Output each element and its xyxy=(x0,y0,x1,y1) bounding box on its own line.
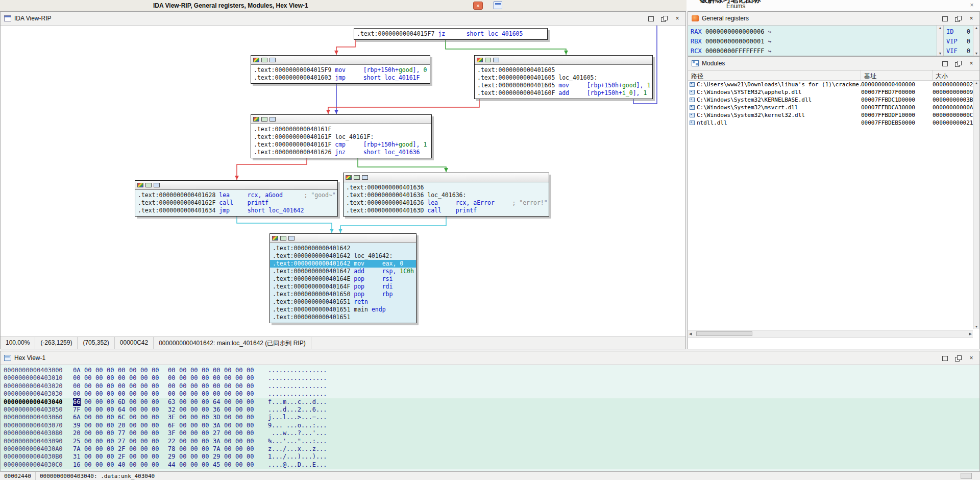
hex-byte[interactable]: 00 xyxy=(95,453,103,461)
scroll-down-icon[interactable]: ▼ xyxy=(973,325,979,328)
hex-byte[interactable]: 00 xyxy=(95,438,103,445)
flag-row[interactable]: VIP0 xyxy=(946,37,970,46)
enums-tab-label[interactable]: Enums xyxy=(726,3,745,10)
hex-byte[interactable]: 00 xyxy=(95,414,103,421)
scroll-right-icon[interactable]: ▶ xyxy=(969,332,972,336)
hex-byte[interactable]: 00 xyxy=(84,390,92,398)
hex-byte[interactable]: 00 xyxy=(190,461,198,469)
float-button[interactable] xyxy=(954,355,962,362)
disasm-line[interactable]: .text:0000000000401628 lea rcx, aGood ; … xyxy=(138,191,335,199)
hex-byte[interactable]: 00 xyxy=(202,414,209,421)
hex-dump[interactable]: 00000000004030000A0000000000000000000000… xyxy=(1,365,979,471)
hex-byte[interactable]: 00 xyxy=(129,461,137,469)
deref-arrow-icon[interactable]: ↪ xyxy=(768,48,772,55)
register-row[interactable]: RCX 00000000FFFFFFFF ↪ xyxy=(691,46,934,56)
modules-titlebar[interactable]: Modules × xyxy=(688,57,979,70)
hex-byte[interactable]: 00 xyxy=(247,445,254,453)
ida-view-titlebar[interactable]: IDA View-RIP × xyxy=(1,12,685,26)
hex-byte[interactable]: 00 xyxy=(73,390,81,398)
disasm-line[interactable]: .text:0000000000401650 pop rbp xyxy=(273,291,413,298)
disasm-line[interactable]: .text:0000000000401642 loc_401642: xyxy=(273,252,413,260)
hex-byte[interactable]: 6C xyxy=(118,414,126,421)
graph-canvas[interactable]: .text:00000000004015F7 jz short loc_4016… xyxy=(1,26,685,337)
hex-byte[interactable]: 00 xyxy=(235,390,243,398)
hex-byte[interactable]: 00 xyxy=(140,429,148,437)
hex-byte[interactable]: 00 xyxy=(224,429,232,437)
hex-byte[interactable]: 36 xyxy=(213,406,220,414)
hex-byte[interactable]: 20 xyxy=(118,422,126,429)
hex-byte[interactable]: 00 xyxy=(84,453,92,461)
flag-row[interactable]: VIF0 xyxy=(946,46,970,56)
hex-byte[interactable]: 00 xyxy=(190,422,198,429)
disasm-line[interactable]: .text:0000000000401605 xyxy=(477,66,650,74)
hex-byte[interactable]: 22 xyxy=(168,438,176,445)
flag-row[interactable]: ID0 xyxy=(946,27,970,37)
hex-byte[interactable]: 00 xyxy=(95,367,103,374)
node-group-icon[interactable] xyxy=(145,183,152,187)
hex-byte[interactable]: 00 xyxy=(140,406,148,414)
scrollbar[interactable]: ▲ ▼ xyxy=(973,81,979,329)
hex-byte[interactable]: 00 xyxy=(107,445,114,453)
scrollbar[interactable]: ▲ ▼ xyxy=(937,26,943,56)
hex-byte[interactable]: 00 xyxy=(129,398,137,406)
hex-byte[interactable]: 00 xyxy=(152,406,159,414)
node-group-icon[interactable] xyxy=(261,58,267,62)
scroll-left-icon[interactable]: ◀ xyxy=(689,332,692,336)
module-row[interactable]: C:\Windows\SYSTEM32\apphelp.dll00007FFBD… xyxy=(688,88,973,96)
hex-byte[interactable]: 32 xyxy=(168,406,176,414)
hex-byte[interactable]: 00 xyxy=(140,398,148,406)
hex-byte[interactable]: 00 xyxy=(152,429,159,437)
hex-byte[interactable]: 00 xyxy=(179,406,187,414)
scroll-down-icon[interactable]: ▼ xyxy=(937,52,943,55)
hex-byte[interactable]: 00 xyxy=(235,429,243,437)
hex-byte[interactable]: 00 xyxy=(224,461,232,469)
node-palette-icon[interactable] xyxy=(477,58,483,62)
hex-byte[interactable]: 00 xyxy=(129,374,137,382)
disasm-line[interactable]: .text:000000000040164F pop rdi xyxy=(273,283,413,291)
node-info-icon[interactable] xyxy=(288,236,295,241)
hex-byte[interactable]: 63 xyxy=(168,398,176,406)
hex-byte[interactable]: 00 xyxy=(152,382,159,390)
hex-byte[interactable]: 00 xyxy=(247,422,254,429)
hex-byte[interactable]: 00 xyxy=(140,374,148,382)
hex-byte[interactable]: 3D xyxy=(213,414,220,421)
graph-node-401628[interactable]: .text:0000000000401628 lea rcx, aGood ; … xyxy=(135,180,338,217)
hex-byte[interactable]: 20 xyxy=(73,429,81,437)
disasm-line[interactable]: .text:0000000000401603 jmp short loc_401… xyxy=(254,74,427,82)
disasm-line[interactable]: .text:00000000004015F7 jz short loc_4016… xyxy=(357,30,545,38)
hex-byte[interactable]: 00 xyxy=(84,367,92,374)
hex-byte[interactable]: 00 xyxy=(140,438,148,445)
module-row[interactable]: C:\Windows\System32\KERNELBASE.dll00007F… xyxy=(688,96,973,104)
hex-byte[interactable]: 00 xyxy=(202,429,209,437)
hex-byte[interactable]: 00 xyxy=(168,382,176,390)
hex-byte[interactable]: 00 xyxy=(129,453,137,461)
hex-byte[interactable]: 00 xyxy=(107,398,114,406)
node-group-icon[interactable] xyxy=(280,236,286,241)
hex-byte[interactable]: 00 xyxy=(152,422,159,429)
hex-byte[interactable]: 00 xyxy=(202,461,209,469)
hex-byte[interactable]: 00 xyxy=(95,374,103,382)
hex-byte[interactable]: 3A xyxy=(213,422,220,429)
node-info-icon[interactable] xyxy=(362,175,368,180)
hex-row[interactable]: 000000000040308020000000770000003F000000… xyxy=(1,429,979,437)
hex-byte[interactable]: 7A xyxy=(213,445,220,453)
hex-byte[interactable]: 00 xyxy=(95,382,103,390)
hex-byte[interactable]: 00 xyxy=(84,438,92,445)
registers-titlebar[interactable]: General registers × xyxy=(688,12,979,26)
close-button[interactable]: × xyxy=(968,15,975,22)
hex-byte[interactable]: 00 xyxy=(152,445,159,453)
disasm-line[interactable]: .text:000000000040161F xyxy=(254,126,429,133)
hex-byte[interactable]: 00 xyxy=(129,406,137,414)
hex-byte[interactable]: 00 xyxy=(179,429,187,437)
hex-byte[interactable]: 00 xyxy=(235,453,243,461)
graph-node-header[interactable] xyxy=(344,173,549,182)
close-button[interactable]: × xyxy=(674,15,681,22)
scrollbar[interactable]: ▲ ▼ xyxy=(973,26,979,56)
hex-byte[interactable]: 00 xyxy=(140,445,148,453)
hex-byte[interactable]: 00 xyxy=(107,429,114,437)
disasm-line[interactable]: .text:0000000000401651 retn xyxy=(273,298,413,306)
scroll-up-icon[interactable]: ▲ xyxy=(973,26,979,30)
hex-byte[interactable]: 00 xyxy=(107,390,114,398)
hex-row[interactable]: 00000000004030A07A0000002F00000078000000… xyxy=(1,445,979,453)
hex-byte[interactable]: 00 xyxy=(179,422,187,429)
